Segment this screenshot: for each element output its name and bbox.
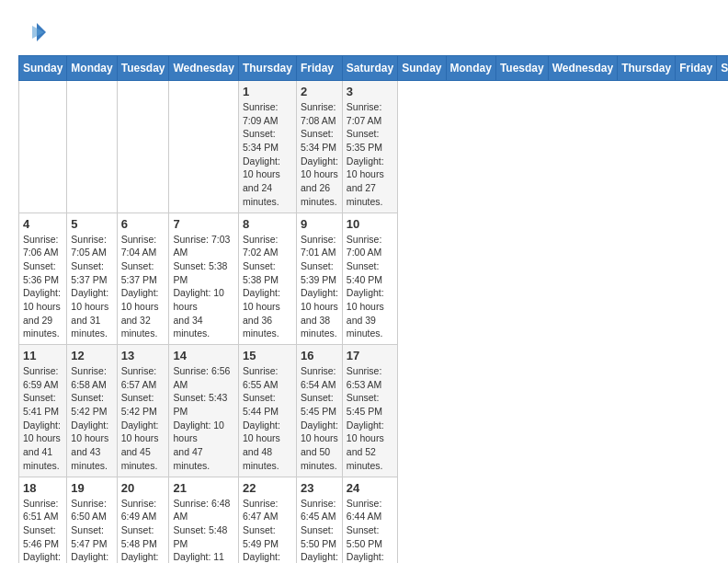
- calendar-cell: 17Sunrise: 6:53 AMSunset: 5:45 PMDayligh…: [342, 345, 397, 477]
- day-info: Sunrise: 7:07 AMSunset: 5:35 PMDaylight:…: [347, 100, 393, 209]
- day-info: Sunrise: 7:02 AMSunset: 5:38 PMDaylight:…: [243, 233, 292, 341]
- day-info: Sunrise: 6:49 AMSunset: 5:48 PMDaylight:…: [121, 497, 165, 564]
- day-number: 24: [347, 481, 393, 495]
- day-header-saturday: Saturday: [717, 56, 728, 81]
- calendar-cell: 11Sunrise: 6:59 AMSunset: 5:41 PMDayligh…: [19, 345, 67, 477]
- day-number: 23: [301, 481, 338, 495]
- day-number: 9: [301, 217, 338, 231]
- calendar-cell: 10Sunrise: 7:00 AMSunset: 5:40 PMDayligh…: [342, 213, 397, 345]
- day-header-thursday: Thursday: [238, 56, 296, 81]
- calendar-cell: 14Sunrise: 6:56 AMSunset: 5:43 PMDayligh…: [169, 345, 238, 477]
- day-number: 5: [71, 217, 112, 231]
- calendar-week-3: 11Sunrise: 6:59 AMSunset: 5:41 PMDayligh…: [19, 345, 729, 477]
- calendar-cell: 19Sunrise: 6:50 AMSunset: 5:47 PMDayligh…: [67, 477, 117, 563]
- calendar-cell: 24Sunrise: 6:44 AMSunset: 5:50 PMDayligh…: [342, 477, 397, 563]
- day-number: 16: [301, 349, 338, 362]
- calendar-cell: 1Sunrise: 7:09 AMSunset: 5:34 PMDaylight…: [238, 81, 296, 213]
- calendar-cell: 6Sunrise: 7:04 AMSunset: 5:37 PMDaylight…: [117, 213, 169, 345]
- day-header-wednesday: Wednesday: [169, 56, 238, 81]
- day-header-wednesday: Wednesday: [548, 56, 617, 81]
- day-number: 14: [173, 349, 233, 362]
- day-number: 18: [23, 481, 63, 495]
- calendar-cell: 2Sunrise: 7:08 AMSunset: 5:34 PMDaylight…: [296, 81, 342, 213]
- calendar-cell: 16Sunrise: 6:54 AMSunset: 5:45 PMDayligh…: [296, 345, 342, 477]
- day-info: Sunrise: 7:08 AMSunset: 5:34 PMDaylight:…: [301, 100, 338, 209]
- day-info: Sunrise: 6:51 AMSunset: 5:46 PMDaylight:…: [23, 497, 63, 564]
- day-info: Sunrise: 6:56 AMSunset: 5:43 PMDaylight:…: [173, 364, 233, 473]
- calendar-cell: 9Sunrise: 7:01 AMSunset: 5:39 PMDaylight…: [296, 213, 342, 345]
- calendar-cell: 8Sunrise: 7:02 AMSunset: 5:38 PMDaylight…: [238, 213, 296, 345]
- calendar-cell: 20Sunrise: 6:49 AMSunset: 5:48 PMDayligh…: [117, 477, 169, 563]
- day-number: 7: [173, 217, 233, 231]
- day-number: 19: [71, 481, 112, 495]
- day-number: 13: [121, 349, 165, 362]
- day-header-saturday: Saturday: [342, 56, 397, 81]
- day-number: 8: [243, 217, 292, 231]
- logo-icon: [18, 18, 46, 46]
- calendar-cell: 15Sunrise: 6:55 AMSunset: 5:44 PMDayligh…: [238, 345, 296, 477]
- day-info: Sunrise: 6:44 AMSunset: 5:50 PMDaylight:…: [347, 497, 393, 564]
- calendar-cell: [19, 81, 67, 213]
- day-header-thursday: Thursday: [618, 56, 676, 81]
- calendar-cell: 5Sunrise: 7:05 AMSunset: 5:37 PMDaylight…: [67, 213, 117, 345]
- calendar-cell: 12Sunrise: 6:58 AMSunset: 5:42 PMDayligh…: [67, 345, 117, 477]
- calendar-cell: 13Sunrise: 6:57 AMSunset: 5:42 PMDayligh…: [117, 345, 169, 477]
- calendar-cell: 22Sunrise: 6:47 AMSunset: 5:49 PMDayligh…: [238, 477, 296, 563]
- calendar-cell: [67, 81, 117, 213]
- day-number: 1: [243, 85, 292, 98]
- day-info: Sunrise: 6:54 AMSunset: 5:45 PMDaylight:…: [301, 364, 338, 473]
- day-number: 4: [23, 217, 63, 231]
- calendar-cell: 3Sunrise: 7:07 AMSunset: 5:35 PMDaylight…: [342, 81, 397, 213]
- day-info: Sunrise: 7:00 AMSunset: 5:40 PMDaylight:…: [347, 233, 393, 341]
- calendar-week-1: 1Sunrise: 7:09 AMSunset: 5:34 PMDaylight…: [19, 81, 729, 213]
- calendar-table: SundayMondayTuesdayWednesdayThursdayFrid…: [18, 55, 728, 563]
- calendar-cell: 4Sunrise: 7:06 AMSunset: 5:36 PMDaylight…: [19, 213, 67, 345]
- day-number: 6: [121, 217, 165, 231]
- day-info: Sunrise: 6:48 AMSunset: 5:48 PMDaylight:…: [173, 497, 233, 564]
- day-info: Sunrise: 7:06 AMSunset: 5:36 PMDaylight:…: [23, 233, 63, 341]
- calendar-cell: 18Sunrise: 6:51 AMSunset: 5:46 PMDayligh…: [19, 477, 67, 563]
- day-number: 11: [23, 349, 63, 362]
- day-header-sunday: Sunday: [398, 56, 446, 81]
- day-header-monday: Monday: [446, 56, 495, 81]
- day-info: Sunrise: 7:03 AMSunset: 5:38 PMDaylight:…: [173, 233, 233, 341]
- day-info: Sunrise: 7:04 AMSunset: 5:37 PMDaylight:…: [121, 233, 165, 341]
- day-header-monday: Monday: [67, 56, 117, 81]
- day-info: Sunrise: 6:58 AMSunset: 5:42 PMDaylight:…: [71, 364, 112, 473]
- calendar-cell: 7Sunrise: 7:03 AMSunset: 5:38 PMDaylight…: [169, 213, 238, 345]
- day-info: Sunrise: 6:45 AMSunset: 5:50 PMDaylight:…: [301, 497, 338, 564]
- day-info: Sunrise: 6:59 AMSunset: 5:41 PMDaylight:…: [23, 364, 63, 473]
- logo: [18, 18, 50, 46]
- day-info: Sunrise: 6:57 AMSunset: 5:42 PMDaylight:…: [121, 364, 165, 473]
- page-header: [18, 18, 710, 46]
- day-info: Sunrise: 6:50 AMSunset: 5:47 PMDaylight:…: [71, 497, 112, 564]
- day-info: Sunrise: 7:09 AMSunset: 5:34 PMDaylight:…: [243, 100, 292, 209]
- day-header-friday: Friday: [296, 56, 342, 81]
- day-info: Sunrise: 7:01 AMSunset: 5:39 PMDaylight:…: [301, 233, 338, 341]
- day-number: 21: [173, 481, 233, 495]
- day-number: 2: [301, 85, 338, 98]
- day-info: Sunrise: 6:55 AMSunset: 5:44 PMDaylight:…: [243, 364, 292, 473]
- calendar-week-4: 18Sunrise: 6:51 AMSunset: 5:46 PMDayligh…: [19, 477, 729, 563]
- day-number: 10: [347, 217, 393, 231]
- day-info: Sunrise: 6:53 AMSunset: 5:45 PMDaylight:…: [347, 364, 393, 473]
- day-number: 17: [347, 349, 393, 362]
- day-number: 15: [243, 349, 292, 362]
- calendar-cell: [169, 81, 238, 213]
- day-info: Sunrise: 6:47 AMSunset: 5:49 PMDaylight:…: [243, 497, 292, 564]
- day-number: 12: [71, 349, 112, 362]
- day-header-sunday: Sunday: [19, 56, 67, 81]
- day-header-tuesday: Tuesday: [117, 56, 169, 81]
- calendar-cell: 23Sunrise: 6:45 AMSunset: 5:50 PMDayligh…: [296, 477, 342, 563]
- day-number: 22: [243, 481, 292, 495]
- day-number: 20: [121, 481, 165, 495]
- day-info: Sunrise: 7:05 AMSunset: 5:37 PMDaylight:…: [71, 233, 112, 341]
- calendar-week-2: 4Sunrise: 7:06 AMSunset: 5:36 PMDaylight…: [19, 213, 729, 345]
- calendar-cell: [117, 81, 169, 213]
- calendar-cell: 21Sunrise: 6:48 AMSunset: 5:48 PMDayligh…: [169, 477, 238, 563]
- day-header-friday: Friday: [676, 56, 717, 81]
- calendar-header-row: SundayMondayTuesdayWednesdayThursdayFrid…: [19, 56, 729, 81]
- day-number: 3: [347, 85, 393, 98]
- day-header-tuesday: Tuesday: [495, 56, 548, 81]
